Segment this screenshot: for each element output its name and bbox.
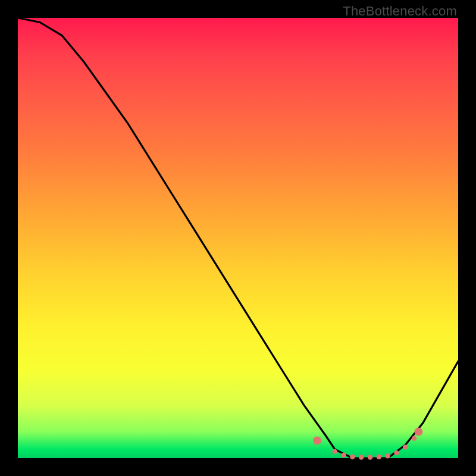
highlight-dot xyxy=(350,455,355,459)
highlight-dot xyxy=(394,450,399,455)
bottleneck-curve-path xyxy=(18,18,458,458)
highlight-dot xyxy=(403,444,408,449)
highlight-dot xyxy=(341,453,346,458)
highlight-dot xyxy=(377,455,381,459)
highlight-dot xyxy=(313,436,321,444)
highlight-dot xyxy=(359,455,364,459)
highlight-dot xyxy=(385,453,390,458)
chart-frame: TheBottleneck.com xyxy=(0,0,476,476)
highlight-dot xyxy=(368,455,372,459)
highlight-dot xyxy=(412,436,416,441)
highlight-dot xyxy=(333,449,337,454)
chart-svg xyxy=(18,18,458,458)
watermark-label: TheBottleneck.com xyxy=(343,4,457,19)
highlight-dot xyxy=(414,428,422,436)
